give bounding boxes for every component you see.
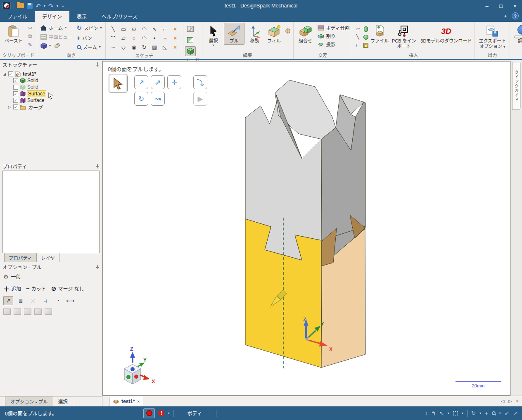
sketch-trim-icon[interactable]: × (170, 24, 180, 33)
tab-help[interactable]: ヘルプ/リソース (94, 11, 145, 22)
app-logo-icon[interactable] (2, 2, 11, 10)
viewport-revolve-tool[interactable]: ↻ (134, 92, 148, 106)
tab-display[interactable]: 表示 (69, 11, 94, 22)
redo-dropdown-icon[interactable]: ▾ (57, 4, 59, 8)
move-button[interactable]: 移動 (245, 23, 264, 45)
spin-button[interactable]: ↻スピン▾ (77, 24, 102, 32)
insert-line-icon[interactable]: ╲ (354, 33, 361, 41)
format-painter-icon[interactable]: ✎ (26, 41, 34, 48)
insert-cylinder-icon[interactable] (362, 25, 370, 33)
tab-bar-close-icon[interactable]: × (516, 399, 519, 404)
collapse-ribbon-icon[interactable]: ▲ (503, 14, 508, 18)
options-general-row[interactable]: ⚙ 一般 (0, 271, 102, 282)
cut-icon[interactable]: ✂ (26, 25, 34, 31)
tab-properties[interactable]: プロパティ (4, 253, 37, 262)
sketch-line-icon[interactable]: ╲ (108, 24, 119, 33)
tree-item-label[interactable]: Surface (27, 97, 44, 103)
pull-preset-1[interactable] (3, 308, 11, 315)
insert-file-button[interactable]: ファイル (370, 23, 389, 45)
sketch-rectangle-3pt-icon[interactable]: ▱ (119, 33, 129, 43)
open-file-icon[interactable] (17, 3, 24, 8)
root-checkbox[interactable]: ✓ (8, 71, 13, 76)
section-mode-button[interactable] (185, 35, 196, 45)
sketch-circle-tangent-icon[interactable]: ◉ (129, 43, 139, 52)
viewport-pull-plane-tool[interactable]: ⇗ (151, 75, 165, 89)
add-icon[interactable]: ＋ (3, 284, 9, 293)
sketch-ellipse-icon[interactable]: ◇ (119, 43, 129, 52)
sketch-mode-button[interactable] (185, 24, 196, 34)
viewport-pull-up-to-tool[interactable]: ⤵ (193, 75, 207, 89)
spinner-icon[interactable]: ↕ (425, 410, 428, 416)
viewport-pull-arrow-tool[interactable]: ↗ (134, 75, 148, 89)
tree-item-label[interactable]: Solid (27, 84, 38, 90)
sketch-chamfer-icon[interactable]: ¬ (160, 33, 170, 43)
sketch-sheet-icon[interactable] (53, 43, 60, 49)
cut-option-icon[interactable]: − (26, 285, 30, 292)
sketch-point-icon[interactable]: • (149, 33, 160, 43)
project-button[interactable]: 投影 (318, 41, 350, 47)
tab-selection[interactable]: 選択 (53, 396, 73, 406)
expander-icon[interactable]: ◢ (2, 72, 7, 76)
copy-icon[interactable]: ⧉ (26, 33, 34, 40)
no-merge-icon[interactable]: ⊘ (51, 285, 57, 292)
tree-row-root[interactable]: ◢ ✓ test1* (2, 71, 102, 77)
sketch-arc-icon[interactable]: ↻ (139, 43, 149, 52)
document-tab-close-icon[interactable]: × (137, 399, 140, 404)
sketch-arrow-down-icon[interactable]: ↙ (505, 410, 510, 417)
maximize-button[interactable]: □ (494, 0, 508, 11)
pan-button[interactable]: +パン (77, 34, 102, 41)
customize-toolbar-icon[interactable]: ⌄ (61, 4, 64, 8)
fill-button[interactable]: フィル (265, 23, 283, 45)
cursor-tool-icon[interactable]: ↖ (439, 410, 444, 416)
pull-preset-5[interactable] (45, 308, 52, 315)
measure-distance-option[interactable]: ⟷ (65, 296, 75, 305)
pull-both-sides-option[interactable]: ⧈ (16, 296, 26, 305)
warning-icon[interactable]: ! (158, 410, 164, 416)
measure-gauge-option[interactable]: ◔ (53, 296, 63, 305)
tab-file[interactable]: ファイル (0, 11, 35, 22)
pin-icon[interactable] (96, 164, 100, 168)
blend-icon[interactable] (284, 28, 292, 34)
body-filter-label[interactable]: ボディ (177, 410, 213, 417)
undo-selection-icon[interactable]: ↰ (431, 410, 436, 416)
sketch-circle-icon[interactable]: ⊙ (129, 24, 139, 33)
investigate-button[interactable]: ↓ 調査 ▾ (512, 23, 522, 48)
tree-root-label[interactable]: test1* (23, 71, 36, 77)
sketch-arrow-up-icon[interactable]: ↗ (513, 410, 518, 417)
insert-shell-icon[interactable] (362, 42, 370, 49)
redo-icon[interactable]: ↷ (48, 3, 54, 9)
view-cube-button[interactable]: ▾ (40, 43, 73, 49)
import-pcb-button[interactable]: PCB をインポート (389, 23, 418, 50)
sketch-delete-icon[interactable]: × (170, 43, 180, 52)
pull-preset-4[interactable] (34, 308, 42, 315)
merge-label[interactable]: マージ なし (58, 285, 84, 292)
pin-icon[interactable] (96, 265, 100, 269)
sketch-arc-tangent-icon[interactable]: ◠ (139, 24, 149, 33)
pull-direction-option[interactable]: ↗ (3, 296, 13, 305)
tree-item-label-highlighted[interactable]: Surface (27, 91, 46, 97)
insert-sphere-icon[interactable] (362, 33, 370, 41)
viewport-scale-body-tool[interactable]: ✛ (167, 75, 181, 89)
pin-icon[interactable] (96, 62, 100, 67)
home-view-button[interactable]: ホーム▾ (40, 24, 73, 31)
zoom-view-icon[interactable] (492, 411, 496, 415)
sketch-bend-icon[interactable]: ◺ (160, 43, 170, 52)
tab-scroll-right-icon[interactable]: ▷ (508, 399, 512, 404)
tab-design[interactable]: デザイン (35, 11, 69, 22)
undo-dropdown-icon[interactable]: ▾ (44, 4, 46, 8)
insert-axes-icon[interactable]: ∟ (354, 42, 361, 49)
sketch-circle-3pt-icon[interactable]: ○ (129, 33, 139, 43)
sketch-rectangle-icon[interactable]: ▭ (119, 24, 129, 33)
split-body-button[interactable]: ボディ分割 (318, 24, 350, 31)
add-label[interactable]: 追加 (11, 285, 21, 292)
pull-button[interactable]: プル (224, 23, 244, 45)
split-button[interactable]: 割り (318, 33, 350, 39)
insert-plane-icon[interactable]: ▱ (354, 25, 361, 33)
viewport[interactable]: Z Y X (102, 61, 510, 396)
orientation-cube[interactable]: Z Y X (124, 346, 155, 384)
expander-icon[interactable]: ▷ (7, 105, 12, 109)
pan-view-icon[interactable]: + (485, 410, 488, 416)
plan-view-button[interactable]: 平面ビュー (40, 33, 73, 40)
pull-preset-2[interactable] (14, 308, 21, 315)
tree-item-label[interactable]: Solid (27, 78, 38, 83)
